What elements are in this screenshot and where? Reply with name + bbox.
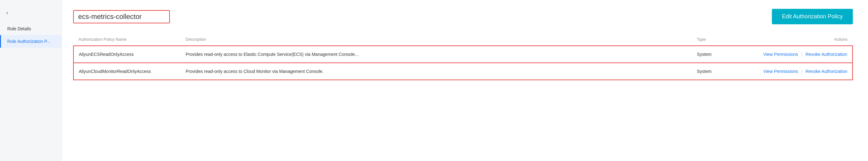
main-content: Edit Authorization Policy Authorization …: [62, 0, 868, 161]
sidebar-item-role-authorization-label: Role Authorization P...: [7, 39, 51, 44]
app-layout: ‹ Role Details Role Authorization P... E…: [0, 0, 868, 161]
revoke-authorization-link[interactable]: Revoke Authorization: [806, 69, 847, 74]
action-separator: |: [801, 52, 802, 57]
back-icon: ‹: [6, 9, 8, 16]
actions-container: View Permissions | Revoke Authorization: [738, 69, 847, 74]
policy-type-cell: System: [692, 46, 733, 63]
back-button[interactable]: ‹: [0, 6, 61, 22]
view-permissions-link[interactable]: View Permissions: [763, 52, 798, 57]
role-name-input[interactable]: [73, 10, 170, 23]
sidebar-item-role-details[interactable]: Role Details: [0, 22, 61, 35]
table-row: AliyunECSReadOnlyAccess Provides read-on…: [73, 46, 852, 63]
policy-actions-cell: View Permissions | Revoke Authorization: [733, 63, 852, 80]
header-row: Edit Authorization Policy: [73, 9, 853, 24]
view-permissions-link[interactable]: View Permissions: [763, 69, 798, 74]
table-row: AliyunCloudMonitorReadOnlyAccess Provide…: [73, 63, 852, 80]
policy-type-cell: System: [692, 63, 733, 80]
col-header-actions: Actions: [733, 33, 852, 46]
policy-name-cell: AliyunECSReadOnlyAccess: [73, 46, 181, 63]
col-header-description: Description: [181, 33, 692, 46]
table-header-row: Authorization Policy Name Description Ty…: [73, 33, 852, 46]
policy-description-cell: Provides read-only access to Elastic Com…: [181, 46, 692, 63]
sidebar: ‹ Role Details Role Authorization P...: [0, 0, 62, 161]
authorization-table: Authorization Policy Name Description Ty…: [73, 33, 853, 80]
policy-name-cell: AliyunCloudMonitorReadOnlyAccess: [73, 63, 181, 80]
col-header-type: Type: [692, 33, 733, 46]
sidebar-nav: Role Details Role Authorization P...: [0, 22, 61, 48]
sidebar-item-role-details-label: Role Details: [7, 26, 31, 31]
actions-container: View Permissions | Revoke Authorization: [738, 52, 847, 57]
action-separator: |: [801, 69, 802, 74]
policy-description-cell: Provides read-only access to Cloud Monit…: [181, 63, 692, 80]
authorization-table-wrapper: Authorization Policy Name Description Ty…: [73, 33, 853, 152]
edit-authorization-policy-button[interactable]: Edit Authorization Policy: [772, 9, 853, 24]
revoke-authorization-link[interactable]: Revoke Authorization: [806, 52, 847, 57]
policy-actions-cell: View Permissions | Revoke Authorization: [733, 46, 852, 63]
col-header-name: Authorization Policy Name: [73, 33, 181, 46]
sidebar-item-role-authorization[interactable]: Role Authorization P...: [0, 35, 61, 48]
